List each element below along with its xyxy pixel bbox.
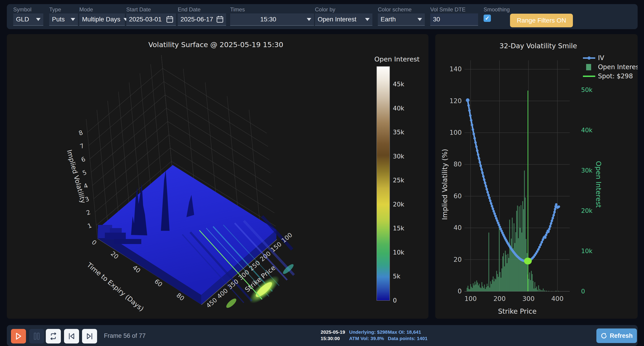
play-button[interactable]: [11, 329, 26, 344]
status-data-points: Data points: 1401: [388, 335, 428, 342]
play-icon: [15, 332, 22, 340]
svg-text:40k: 40k: [393, 105, 404, 112]
calendar-icon: [216, 16, 223, 23]
times-select[interactable]: 15:30: [230, 13, 314, 26]
start-date-input[interactable]: 2025-03-01: [126, 13, 176, 26]
symbol-value: GLD: [16, 16, 33, 23]
vol-smile-dte-label: Vol Smile DTE: [430, 6, 478, 13]
svg-text:0: 0: [90, 239, 98, 247]
svg-text:100: 100: [464, 295, 476, 303]
svg-text:20k: 20k: [581, 207, 592, 214]
volatility-smile-plot[interactable]: 32-Day Volatility Smile 0204060801001201…: [435, 34, 638, 319]
status-time: 15:30:00: [321, 335, 345, 342]
svg-text:0: 0: [458, 288, 462, 295]
times-value: 15:30: [233, 16, 304, 23]
color-scheme-value: Earth: [380, 16, 414, 23]
chevron-down-icon: [365, 18, 370, 21]
color-by-label: Color by: [315, 6, 372, 13]
pause-button[interactable]: [29, 329, 44, 344]
times-label: Times: [230, 6, 314, 13]
status-oi-points: Max OI: 18,641 Data points: 1401: [388, 329, 428, 342]
smoothing-checkbox[interactable]: ✓: [484, 14, 491, 22]
svg-text:30k: 30k: [393, 153, 404, 160]
svg-text:60: 60: [454, 192, 462, 200]
svg-text:7: 7: [79, 142, 85, 150]
check-icon: ✓: [485, 15, 490, 21]
legend-oi-swatch: [586, 64, 591, 70]
start-date-label: Start Date: [126, 6, 176, 13]
colorbar: Open Interest 05k10k15k20k25k30k35k40k45…: [374, 55, 420, 304]
type-select[interactable]: Puts: [49, 13, 78, 26]
svg-text:40k: 40k: [581, 127, 592, 134]
volatility-surface-panel: Volatility Surface @ 2025-05-19 15:30: [7, 34, 428, 319]
type-label: Type: [49, 6, 78, 13]
mode-control: Mode Multiple Days: [79, 6, 125, 26]
pause-icon: [34, 333, 40, 340]
filter-toolbar: Symbol GLD Type Puts Mode Multiple Days …: [7, 4, 638, 29]
vol-smile-dte-input[interactable]: 30: [430, 13, 478, 26]
open-interest-bars: [467, 171, 559, 291]
smoothing-label: Smoothing: [484, 6, 510, 13]
svg-text:30k: 30k: [581, 167, 592, 174]
loop-button[interactable]: [46, 329, 61, 344]
chevron-down-icon: [307, 18, 311, 21]
svg-text:1: 1: [86, 222, 93, 230]
symbol-select[interactable]: GLD: [13, 13, 43, 26]
mode-select[interactable]: Multiple Days: [79, 13, 125, 26]
end-date-value: 2025-06-17: [180, 16, 213, 23]
svg-text:200: 200: [493, 295, 506, 303]
svg-text:140: 140: [450, 65, 462, 73]
svg-text:20k: 20k: [393, 201, 404, 208]
smile-right-axis-title: Open Interest: [594, 161, 602, 208]
chevron-down-icon: [36, 18, 40, 21]
svg-text:45k: 45k: [393, 81, 404, 88]
color-by-control: Color by Open Interest: [315, 6, 372, 26]
start-date-value: 2025-03-01: [129, 16, 163, 23]
color-by-select[interactable]: Open Interest: [315, 13, 372, 26]
color-by-value: Open Interest: [318, 16, 362, 23]
end-date-input[interactable]: 2025-06-17: [178, 13, 226, 26]
svg-text:100: 100: [450, 129, 462, 136]
svg-text:6: 6: [80, 156, 86, 164]
svg-text:2: 2: [85, 208, 92, 216]
end-date-control: End Date 2025-06-17: [178, 6, 226, 26]
legend-iv-label: IV: [598, 54, 604, 62]
volatility-surface-plot[interactable]: 0204060801001502002503003504004501234567…: [7, 34, 428, 319]
smile-legend[interactable]: IV Open Interest Spot: $298: [583, 54, 638, 80]
svg-text:120: 120: [450, 97, 462, 105]
smile-title: 32-Day Volatility Smile: [500, 42, 577, 50]
color-scheme-label: Color scheme: [378, 6, 425, 13]
svg-text:0: 0: [393, 297, 397, 304]
volatility-smile-panel: 32-Day Volatility Smile 0204060801001201…: [435, 34, 638, 319]
smile-left-axis-title: Implied Volatility (%): [441, 149, 449, 220]
symbol-control: Symbol GLD: [13, 6, 43, 26]
svg-text:20: 20: [454, 256, 462, 263]
svg-text:5k: 5k: [393, 273, 400, 280]
vol-smile-dte-value: 30: [433, 16, 475, 23]
svg-text:25k: 25k: [393, 177, 404, 184]
end-date-label: End Date: [178, 6, 226, 13]
colorbar-title: Open Interest: [374, 55, 420, 63]
status-underlying-atm: Underlying: $298 ATM Vol: 39.8%: [349, 329, 388, 342]
svg-text:10k: 10k: [581, 247, 592, 254]
loop-icon: [50, 333, 57, 340]
status-datetime: 2025-05-19 15:30:00: [321, 329, 345, 342]
mode-label: Mode: [79, 6, 125, 13]
refresh-icon: [601, 333, 607, 339]
vol-smile-dte-control: Vol Smile DTE 30: [430, 6, 478, 26]
color-scheme-select[interactable]: Earth: [378, 13, 425, 26]
svg-text:50k: 50k: [581, 86, 592, 93]
refresh-button[interactable]: Refresh: [596, 329, 637, 343]
next-frame-button[interactable]: [82, 329, 97, 344]
start-date-control: Start Date 2025-03-01: [126, 6, 176, 26]
status-underlying: Underlying: $298: [349, 329, 388, 335]
type-control: Type Puts: [49, 6, 78, 26]
chevron-down-icon: [71, 18, 75, 21]
prev-frame-button[interactable]: [64, 329, 79, 344]
legend-spot-label: Spot: $298: [598, 72, 633, 80]
range-filters-button[interactable]: Range Filters ON: [510, 14, 573, 27]
refresh-label: Refresh: [610, 332, 633, 340]
svg-text:80: 80: [454, 161, 462, 168]
frame-counter: Frame 56 of 77: [104, 332, 146, 340]
skip-back-icon: [68, 333, 75, 340]
